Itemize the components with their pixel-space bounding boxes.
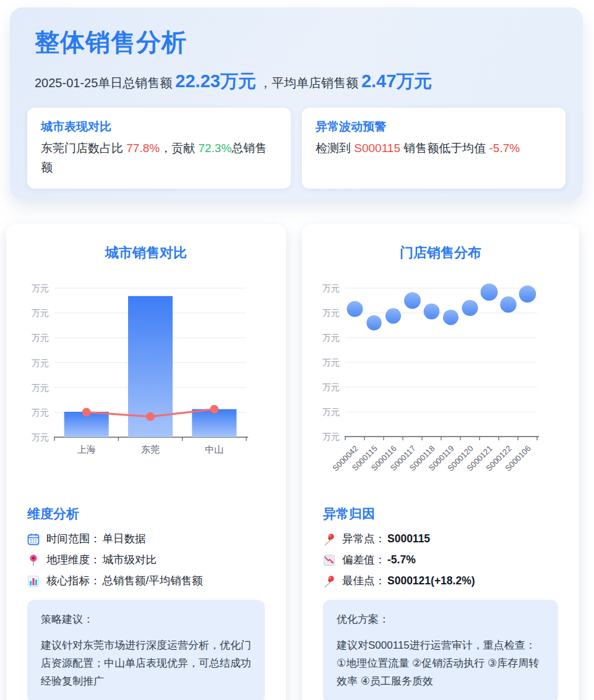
text-segment: 检测到 bbox=[316, 142, 354, 155]
pushpin-icon bbox=[323, 575, 335, 587]
pushpin-icon bbox=[323, 533, 335, 545]
sales-contribution-value: 72.3% bbox=[198, 142, 231, 155]
hero-cards-row: 城市表现对比 东莞门店数占比 77.8%，贡献 72.3%总销售额 异常波动预警… bbox=[27, 108, 566, 189]
svg-text:万元: 万元 bbox=[322, 432, 340, 442]
anomaly-store-id: S000115 bbox=[354, 142, 400, 155]
store-scatter-chart[interactable]: 万元万元万元万元万元万元万元S000042S000115S000116S0001… bbox=[302, 270, 579, 477]
list-item-core-metric: 核心指标： 总销售额/平均销售额 bbox=[27, 573, 265, 589]
text-segment: 东莞门店数占比 bbox=[41, 142, 126, 155]
city-sales-panel: 城市销售对比 万元万元万元万元万元万元万元上海东莞中山 维度分析 时间范围： 单… bbox=[6, 224, 286, 700]
svg-text:上海: 上海 bbox=[77, 444, 96, 455]
svg-text:万元: 万元 bbox=[32, 358, 49, 368]
charts-row: 城市销售对比 万元万元万元万元万元万元万元上海东莞中山 维度分析 时间范围： 单… bbox=[6, 224, 579, 700]
optimization-box-title: 优化方案： bbox=[337, 612, 544, 626]
item-label: 核心指标： bbox=[46, 573, 101, 589]
item-label: 地理维度： bbox=[46, 552, 101, 568]
svg-text:万元: 万元 bbox=[32, 283, 49, 293]
list-item-best-point: 最佳点： S000121(+18.2%) bbox=[323, 573, 558, 589]
svg-text:万元: 万元 bbox=[322, 308, 340, 318]
svg-text:万元: 万元 bbox=[322, 382, 340, 392]
item-value: S000115 bbox=[387, 531, 430, 547]
list-item-anomaly-point: 异常点： S000115 bbox=[323, 531, 558, 547]
svg-text:万元: 万元 bbox=[32, 432, 49, 442]
overview-panel: 整体销售分析 2025-01-25单日总销售额 22.23万元 ，平均单店销售额… bbox=[10, 7, 583, 200]
avg-sales-label: ，平均单店销售额 bbox=[259, 75, 358, 92]
svg-text:万元: 万元 bbox=[322, 333, 340, 343]
city-performance-title: 城市表现对比 bbox=[41, 119, 277, 135]
dimension-analysis-section: 维度分析 时间范围： 单日数据 地理维度： 城市级对比 核心指标： bbox=[6, 505, 286, 700]
svg-text:万元: 万元 bbox=[32, 408, 49, 417]
strategy-suggestion-box: 策略建议： 建议针对东莞市场进行深度运营分析，优化门店资源配置；中山单店表现优异… bbox=[27, 600, 265, 700]
item-value: -5.7% bbox=[387, 552, 416, 568]
item-value: S000121(+18.2%) bbox=[387, 573, 475, 589]
svg-text:万元: 万元 bbox=[322, 407, 340, 417]
deviation-value: -5.7% bbox=[489, 142, 520, 155]
strategy-box-body: 建议针对东莞市场进行深度运营分析，优化门店资源配置；中山单店表现优异，可总结成功… bbox=[41, 636, 251, 691]
item-value: 单日数据 bbox=[103, 531, 146, 547]
total-sales-value: 22.23万元 bbox=[175, 69, 256, 94]
list-item-deviation: 偏差值： -5.7% bbox=[323, 552, 558, 568]
avg-sales-value: 2.47万元 bbox=[361, 69, 432, 94]
city-performance-text: 东莞门店数占比 77.8%，贡献 72.3%总销售额 bbox=[41, 139, 277, 177]
list-item-geo-dimension: 地理维度： 城市级对比 bbox=[27, 552, 265, 568]
svg-text:万元: 万元 bbox=[32, 308, 49, 318]
text-segment: ，贡献 bbox=[160, 142, 198, 155]
chart-decreasing-icon bbox=[323, 554, 335, 566]
city-performance-card: 城市表现对比 东莞门店数占比 77.8%，贡献 72.3%总销售额 bbox=[27, 108, 291, 189]
svg-text:万元: 万元 bbox=[322, 283, 340, 293]
anomaly-attribution-title: 异常归因 bbox=[323, 505, 558, 523]
item-value: 总销售额/平均销售额 bbox=[103, 573, 203, 589]
bar-chart-icon bbox=[27, 575, 40, 587]
svg-text:万元: 万元 bbox=[32, 383, 49, 393]
bar-chart-title: 城市销售对比 bbox=[6, 224, 286, 261]
anomaly-warning-text: 检测到 S000115 销售额低于均值 -5.7% bbox=[316, 139, 552, 158]
page-title: 整体销售分析 bbox=[35, 27, 566, 57]
svg-text:万元: 万元 bbox=[322, 357, 340, 367]
total-sales-label: 2025-01-25单日总销售额 bbox=[35, 75, 172, 92]
svg-text:万元: 万元 bbox=[32, 333, 49, 343]
anomaly-attribution-section: 异常归因 异常点： S000115 偏差值： -5.7% 最佳点： bbox=[302, 505, 579, 700]
svg-text:中山: 中山 bbox=[205, 444, 223, 455]
optimization-box-body: 建议对S000115进行运营审计，重点检查：①地理位置流量 ②促销活动执行 ③库… bbox=[337, 636, 544, 691]
optimization-plan-box: 优化方案： 建议对S000115进行运营审计，重点检查：①地理位置流量 ②促销活… bbox=[323, 600, 558, 700]
dimension-analysis-title: 维度分析 bbox=[27, 505, 265, 523]
scatter-chart-title: 门店销售分布 bbox=[302, 224, 579, 261]
item-label: 最佳点： bbox=[342, 573, 385, 589]
item-label: 异常点： bbox=[342, 531, 385, 547]
calendar-icon bbox=[27, 533, 40, 545]
round-pushpin-icon bbox=[27, 554, 40, 566]
svg-text:东莞: 东莞 bbox=[141, 444, 160, 455]
store-share-value: 77.8% bbox=[126, 142, 160, 155]
anomaly-warning-title: 异常波动预警 bbox=[316, 119, 552, 135]
list-item-time-range: 时间范围： 单日数据 bbox=[27, 531, 265, 547]
strategy-box-title: 策略建议： bbox=[41, 612, 251, 626]
item-value: 城市级对比 bbox=[103, 552, 157, 568]
anomaly-warning-card: 异常波动预警 检测到 S000115 销售额低于均值 -5.7% bbox=[302, 108, 566, 189]
city-bar-chart[interactable]: 万元万元万元万元万元万元万元上海东莞中山 bbox=[6, 270, 286, 477]
summary-stats: 2025-01-25单日总销售额 22.23万元 ，平均单店销售额 2.47万元 bbox=[35, 69, 566, 94]
item-label: 时间范围： bbox=[46, 531, 101, 547]
store-distribution-panel: 门店销售分布 万元万元万元万元万元万元万元S000042S000115S0001… bbox=[302, 224, 579, 700]
text-segment: 销售额低于均值 bbox=[400, 142, 489, 155]
item-label: 偏差值： bbox=[342, 552, 385, 568]
